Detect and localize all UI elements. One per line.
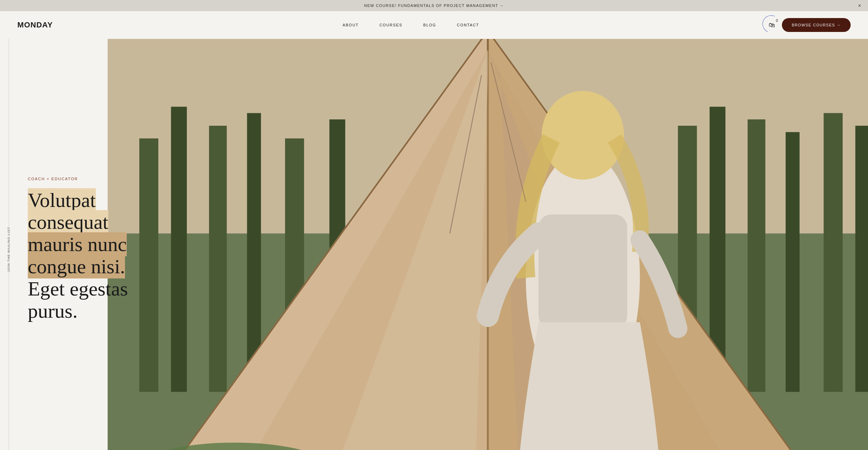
coach-label: COACH + EDUCATOR [28, 177, 146, 181]
svg-rect-10 [748, 119, 765, 392]
nav-about[interactable]: ABOUT [343, 23, 359, 27]
nav-contact[interactable]: CONTACT [457, 23, 479, 27]
sidebar-vertical: Join the mailing list [0, 39, 17, 450]
announcement-message: NEW COURSE! FUNDAMENTALS OF PROJECT MANA… [364, 3, 498, 8]
nav-blog[interactable]: BLOG [423, 23, 436, 27]
cart-count: 0 [776, 19, 778, 23]
svg-rect-13 [856, 126, 868, 392]
browse-courses-button[interactable]: BROWSE COURSES → [782, 18, 851, 32]
svg-rect-4 [209, 126, 227, 392]
site-logo[interactable]: MONDAY [17, 20, 53, 30]
cart-wrapper: 🛍 0 [769, 22, 775, 29]
headline-line1: Volutpat consequat [28, 188, 108, 234]
hero-section: Join the mailing list COACH + EDUCATOR V… [0, 39, 868, 450]
hero-headline: Volutpat consequat mauris nunc congue ni… [28, 189, 146, 322]
svg-rect-11 [786, 132, 800, 392]
svg-rect-3 [171, 107, 187, 392]
nav-courses[interactable]: COURSES [379, 23, 402, 27]
headline-line3: Eget egestas purus. [28, 277, 128, 322]
hero-left-content: COACH + EDUCATOR Volutpat consequat maur… [21, 39, 153, 450]
announcement-arrow: → [500, 3, 504, 8]
svg-point-24 [542, 91, 624, 180]
header: MONDAY ABOUT COURSES BLOG CONTACT 🛍 0 BR… [0, 11, 868, 39]
headline-line2: mauris nunc congue nisi. [28, 232, 127, 278]
svg-rect-25 [539, 215, 627, 329]
main-nav: ABOUT COURSES BLOG CONTACT [343, 23, 479, 27]
cart-circle-decoration [760, 12, 782, 35]
announcement-close-button[interactable]: × [858, 3, 861, 8]
announcement-bar: NEW COURSE! FUNDAMENTALS OF PROJECT MANA… [0, 0, 868, 11]
announcement-text[interactable]: NEW COURSE! FUNDAMENTALS OF PROJECT MANA… [364, 3, 504, 8]
mailing-list-link[interactable]: Join the mailing list [7, 227, 10, 272]
svg-rect-12 [824, 113, 843, 392]
hero-image [108, 39, 868, 450]
header-right: 🛍 0 BROWSE COURSES → [769, 18, 851, 32]
